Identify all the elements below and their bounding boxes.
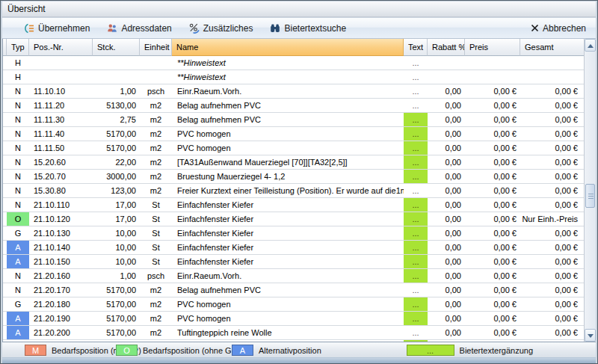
table-row[interactable]: N11.11.405170,00m2PVC homogen...0,000,00… bbox=[3, 127, 596, 141]
cell-text-ellipsis[interactable]: ... bbox=[404, 297, 428, 311]
name-text: Einfachfenster Kiefer bbox=[177, 212, 253, 226]
vertical-scrollbar[interactable] bbox=[584, 39, 596, 342]
cell-einheit: m2 bbox=[140, 184, 172, 197]
cell-einheit: St bbox=[140, 212, 172, 226]
adressdaten-label: Adressdaten bbox=[121, 23, 171, 34]
cell-text-ellipsis[interactable]: ... bbox=[404, 84, 428, 98]
cell-gesamt: 0,00 € bbox=[520, 84, 585, 98]
cell-text-ellipsis[interactable]: ... bbox=[404, 56, 428, 70]
col-header-text[interactable]: Text bbox=[404, 39, 428, 56]
cell-text-ellipsis[interactable]: ... bbox=[404, 312, 428, 325]
legend-label-o: Bedarfsposition (ohne GP) bbox=[143, 346, 240, 355]
cell-rabatt bbox=[428, 70, 465, 84]
cell-text-ellipsis[interactable]: ... bbox=[404, 241, 428, 254]
adressdaten-button[interactable]: Adressdaten bbox=[105, 22, 173, 35]
scroll-up-button[interactable] bbox=[585, 39, 596, 52]
cell-text-ellipsis[interactable]: ... bbox=[404, 255, 428, 268]
table-row[interactable]: N21.20.1601,00pschEinr.Raeum.Vorh....0,0… bbox=[3, 269, 596, 283]
table-row[interactable]: G21.20.1805170,00m2PVC homogen...0,000,0… bbox=[3, 297, 596, 312]
cell-text-ellipsis[interactable]: ... bbox=[404, 141, 428, 155]
col-header-typ[interactable]: Typ bbox=[7, 39, 29, 56]
table-row[interactable]: H**Hinweistext... bbox=[3, 70, 596, 84]
cell-rabatt: 0,00 bbox=[428, 155, 465, 169]
cell-text-ellipsis[interactable]: ... bbox=[404, 269, 428, 283]
cell-typ: A bbox=[7, 326, 29, 339]
cell-text-ellipsis[interactable]: ... bbox=[404, 212, 428, 226]
cell-text-ellipsis[interactable]: ... bbox=[404, 155, 428, 169]
zusaetzliches-button[interactable]: Zusätzliches bbox=[187, 22, 256, 35]
cell-pos-nr: 15.20.60 bbox=[29, 155, 93, 169]
table-row[interactable]: A21.10.15010,00StEinfachfenster Kiefer..… bbox=[3, 255, 596, 269]
table-row[interactable]: N11.10.101,00pschEinr.Raeum.Vorh....0,00… bbox=[3, 84, 596, 99]
scroll-down-button[interactable] bbox=[585, 329, 596, 342]
cell-text-ellipsis[interactable]: ... bbox=[404, 70, 428, 84]
cell-einheit: m2 bbox=[140, 127, 172, 141]
table-row[interactable]: N11.11.505170,00m2PVC homogen...0,000,00… bbox=[3, 141, 596, 155]
cell-stck: 22,00 bbox=[93, 155, 140, 169]
table-row[interactable]: N21.20.1705170,00m2Belag aufnehmen PVC..… bbox=[3, 283, 596, 297]
name-text: PVC homogen bbox=[177, 312, 231, 325]
cell-rabatt: 0,00 bbox=[428, 255, 465, 268]
cell-stck: 5170,00 bbox=[93, 312, 140, 325]
cell-stck: 17,00 bbox=[93, 198, 140, 212]
cell-name: PVC homogen bbox=[172, 312, 404, 325]
table-row[interactable]: O21.10.12017,00StEinfachfenster Kiefer..… bbox=[3, 212, 596, 226]
col-header-rabatt[interactable]: Rabatt % bbox=[428, 39, 465, 56]
cell-rabatt: 0,00 bbox=[428, 84, 465, 98]
cell-gesamt: 0,00 € bbox=[520, 241, 585, 254]
cell-text-ellipsis[interactable]: ... bbox=[404, 99, 428, 112]
table-row[interactable]: N15.20.6022,00m2[TA31Außenwand Mauerzieg… bbox=[3, 155, 596, 170]
cell-preis: 0,00 € bbox=[465, 269, 520, 283]
cell-text-ellipsis[interactable]: ... bbox=[404, 127, 428, 141]
cell-typ: N bbox=[7, 141, 29, 155]
table-row[interactable]: G21.10.13010,00StEinfachfenster Kiefer..… bbox=[3, 226, 596, 241]
col-header-stck[interactable]: Stck. bbox=[93, 39, 140, 56]
cell-stck: 17,00 bbox=[93, 212, 140, 226]
binoculars-icon bbox=[270, 23, 280, 34]
abbrechen-label: Abbrechen bbox=[543, 23, 586, 34]
legend-bietertextergaenzung: ... Bietertextergänzung bbox=[407, 345, 533, 356]
col-header-gesamt[interactable]: Gesamt bbox=[520, 39, 585, 56]
cell-text-ellipsis[interactable]: ... bbox=[404, 283, 428, 297]
table-row[interactable]: A21.20.2005170,00m2Tuftingteppich reine … bbox=[3, 326, 596, 340]
col-header-preis[interactable]: Preis bbox=[465, 39, 520, 56]
cell-stck: 5170,00 bbox=[93, 326, 140, 339]
cell-preis: 0,00 € bbox=[465, 198, 520, 212]
clipboard-list-icon bbox=[24, 23, 34, 34]
cell-preis: 0,00 € bbox=[465, 127, 520, 141]
cell-text-ellipsis[interactable]: ... bbox=[404, 226, 428, 240]
cell-text-ellipsis[interactable]: ... bbox=[404, 113, 428, 126]
col-header-pos-nr[interactable]: Pos.-Nr. bbox=[29, 39, 93, 56]
cell-stck: 1,00 bbox=[93, 84, 140, 98]
titlebar[interactable]: Übersicht bbox=[2, 1, 596, 17]
abbrechen-button[interactable]: Abbrechen bbox=[528, 22, 588, 35]
table-row[interactable]: H**Hinweistext... bbox=[3, 56, 596, 70]
cell-typ: G bbox=[7, 226, 29, 240]
table-row[interactable]: A21.10.14010,00StEinfachfenster Kiefer..… bbox=[3, 241, 596, 255]
uebernehmen-button[interactable]: Übernehmen bbox=[22, 22, 92, 35]
cell-name: Freier Kurztext einer Teilleistung (Posi… bbox=[172, 184, 404, 197]
table-row[interactable]: N15.30.80123,00m2Freier Kurztext einer T… bbox=[3, 184, 596, 198]
cell-text-ellipsis[interactable]: ... bbox=[404, 326, 428, 339]
bietertextsuche-button[interactable]: Bietertextsuche bbox=[268, 22, 348, 35]
table-row[interactable]: N11.11.205130,00m2Belag aufnehmen PVC...… bbox=[3, 99, 596, 113]
col-header-einheit[interactable]: Einheit bbox=[140, 39, 172, 56]
cell-typ: N bbox=[7, 155, 29, 169]
scrollbar-thumb[interactable] bbox=[585, 184, 595, 208]
cell-einheit: St bbox=[140, 241, 172, 254]
cell-gesamt: 0,00 € bbox=[520, 155, 585, 169]
cell-text-ellipsis[interactable]: ... bbox=[404, 170, 428, 183]
window-bottom-frame bbox=[2, 357, 596, 364]
cell-text-ellipsis[interactable]: ... bbox=[404, 198, 428, 212]
cell-text-ellipsis[interactable]: ... bbox=[404, 184, 428, 197]
cell-pos-nr: 21.20.180 bbox=[29, 297, 93, 311]
name-text: PVC homogen bbox=[177, 141, 231, 155]
table-row[interactable]: N21.10.11017,00StEinfachfenster Kiefer..… bbox=[3, 198, 596, 212]
cell-gesamt: 0,00 € bbox=[520, 297, 585, 311]
cell-name: Einfachfenster Kiefer bbox=[172, 198, 404, 212]
col-header-name[interactable]: Name bbox=[172, 39, 404, 56]
table-row[interactable]: N15.20.703000,00m2Bruestung Mauerziegel … bbox=[3, 170, 596, 184]
table-row[interactable]: A21.20.1905170,00m2PVC homogen...0,000,0… bbox=[3, 312, 596, 326]
table-row[interactable]: N11.11.302,75m2Belag aufnehmen PVC...0,0… bbox=[3, 113, 596, 127]
cell-stck: 5170,00 bbox=[93, 297, 140, 311]
